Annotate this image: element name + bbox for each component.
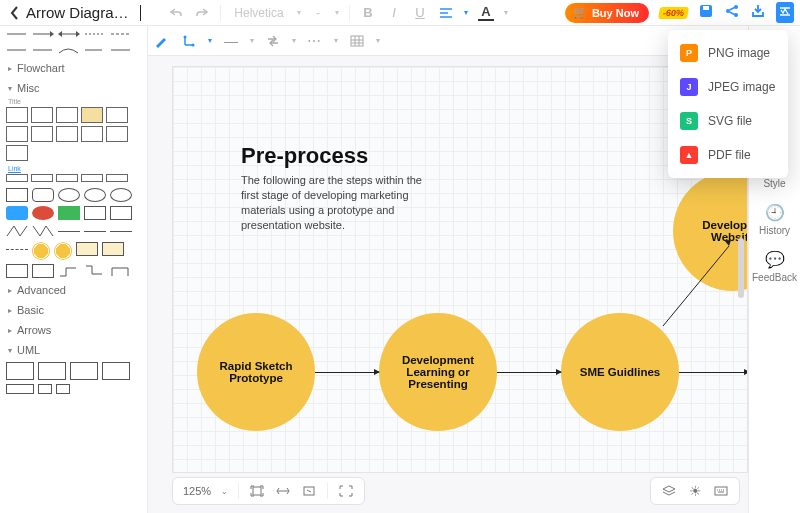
arrow-thumbnails-2[interactable] [0,42,147,58]
fit-page-button[interactable] [249,483,265,499]
section-flowchart[interactable]: ▸ Flowchart [0,58,147,78]
node-rapid-sketch[interactable]: Rapid Sketch Prototype [197,313,315,431]
more-tool[interactable]: ⋯ [306,32,324,50]
swap-tool[interactable] [264,32,282,50]
jpeg-icon: J [680,78,698,96]
title-caret-icon [140,5,141,21]
section-label: Arrows [17,324,51,336]
feedback-panel-button[interactable]: 💬 FeedBack [752,250,797,283]
font-family-select[interactable]: Helvetica [231,6,287,20]
node-development-learning[interactable]: Development Learning or Presenting [379,313,497,431]
section-basic[interactable]: ▸Basic [0,300,147,320]
node-sme-guidelines[interactable]: SME Guidlines [561,313,679,431]
back-button[interactable] [6,6,24,20]
svg-rect-7 [351,36,363,46]
connector-diagonal[interactable] [663,240,735,326]
snap-tool[interactable] [180,32,198,50]
table-tool[interactable] [348,32,366,50]
chevron-down-icon: ▾ [208,36,212,45]
arrow-thumbnails[interactable] [0,26,147,42]
italic-button[interactable]: I [386,5,402,21]
svg-point-6 [192,43,195,46]
buy-now-button[interactable]: 🛒 Buy Now [565,3,649,23]
zoom-toolbar: 125% ⌄ [172,477,365,505]
export-png[interactable]: P PNG image [668,36,788,70]
export-svg[interactable]: S SVG file [668,104,788,138]
align-button[interactable] [438,5,454,21]
format-toolbar: Helvetica ▾ - ▾ B I U ▾ A ▾ [168,5,508,21]
feedback-label: FeedBack [752,272,797,283]
triangle-right-icon: ▸ [8,64,12,73]
chevron-down-icon: ▾ [334,36,338,45]
svg-icon: S [680,112,698,130]
export-button[interactable] [750,3,766,22]
misc-thumbnails-2[interactable] [0,172,147,186]
line-style-tool[interactable]: ― [222,32,240,50]
svg-point-4 [734,13,738,17]
undo-button[interactable] [168,5,184,21]
export-label: JPEG image [708,80,775,94]
export-jpeg[interactable]: J JPEG image [668,70,788,104]
redo-button[interactable] [194,5,210,21]
canvas-area: Pre-process The following are the steps … [148,56,748,513]
theme-button[interactable]: ☀ [687,483,703,499]
svg-point-3 [734,5,738,9]
svg-rect-1 [703,6,709,10]
chevron-down-icon: ▾ [464,8,468,17]
chevron-down-icon: ▾ [250,36,254,45]
section-misc[interactable]: ▾ Misc [0,78,147,98]
chevron-down-icon: ▾ [297,8,301,17]
node-label: Rapid Sketch Prototype [207,360,305,384]
scrollbar-thumb[interactable] [738,238,744,298]
canvas[interactable]: Pre-process The following are the steps … [172,66,748,473]
triangle-down-icon: ▾ [8,84,12,93]
pencil-tool[interactable] [152,32,170,50]
chevron-down-icon: ▾ [335,8,339,17]
sale-badge: -60% [658,7,689,19]
pdf-icon: ▲ [680,146,698,164]
misc-thumbnails[interactable] [0,105,147,165]
actual-size-button[interactable] [301,483,317,499]
topbar: Arrow Diagramm Helvetica ▾ - ▾ B I U ▾ A… [0,0,800,26]
bold-button[interactable]: B [360,5,376,21]
diagram-title[interactable]: Pre-process [241,143,368,169]
shapes-panel: ▸ Flowchart ▾ Misc Title Link ▸Advanced … [0,26,148,513]
export-pdf[interactable]: ▲ PDF file [668,138,788,172]
section-arrows[interactable]: ▸Arrows [0,320,147,340]
text-color-button[interactable]: A [478,5,494,21]
underline-button[interactable]: U [412,5,428,21]
section-label: Misc [17,82,40,94]
export-label: PNG image [708,46,770,60]
connector[interactable] [315,372,379,373]
chat-icon: 💬 [765,250,785,269]
cart-icon: 🛒 [573,6,587,19]
chevron-down-icon: ▾ [292,36,296,45]
history-label: History [759,225,790,236]
save-button[interactable] [698,3,714,22]
zoom-level[interactable]: 125% [183,485,211,497]
connector[interactable] [497,372,561,373]
misc-sub-title: Title [0,98,147,105]
chevron-down-icon: ▾ [376,36,380,45]
document-title[interactable]: Arrow Diagramm [26,4,136,21]
diagram-description[interactable]: The following are the steps within the f… [241,173,431,232]
present-button[interactable] [776,2,794,23]
section-advanced[interactable]: ▸Advanced [0,280,147,300]
buy-now-label: Buy Now [592,7,639,19]
font-size-select[interactable]: - [311,6,325,20]
section-uml[interactable]: ▾UML [0,340,147,360]
uml-thumbnails[interactable] [0,360,147,396]
fullscreen-button[interactable] [338,483,354,499]
section-label: UML [17,344,40,356]
history-panel-button[interactable]: 🕘 History [759,203,790,236]
node-label: SME Guidlines [580,366,661,378]
svg-rect-18 [253,487,261,495]
keyboard-button[interactable] [713,483,729,499]
section-label: Flowchart [17,62,65,74]
layers-button[interactable] [661,483,677,499]
shape-thumbnails[interactable] [0,186,147,280]
svg-line-17 [663,246,729,326]
png-icon: P [680,44,698,62]
share-button[interactable] [724,3,740,22]
fit-width-button[interactable] [275,483,291,499]
